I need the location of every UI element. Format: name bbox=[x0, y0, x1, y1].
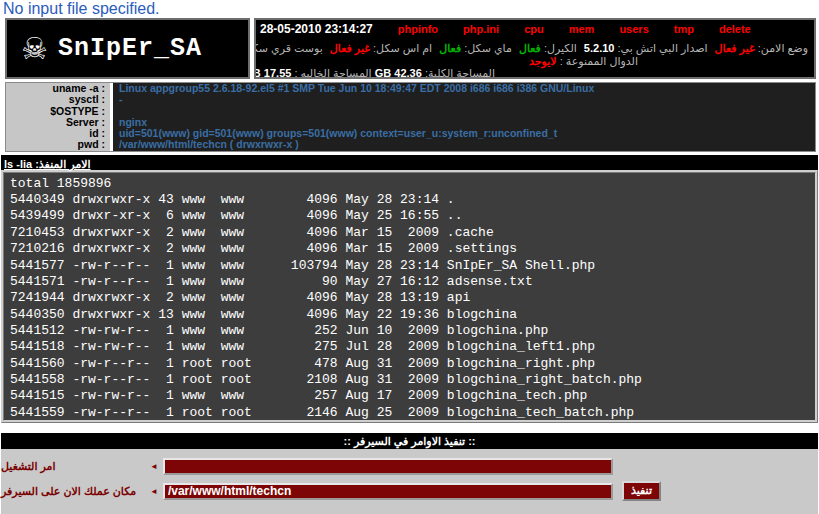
disk-space-line: المساحة الكلية: 42.36 GB المساحة الخاليه… bbox=[260, 67, 808, 79]
listing-line: 5441518 -rw-rw-r-- 1 www www 275 Jul 28 … bbox=[10, 339, 815, 355]
run-command-label: امر التشغيل bbox=[1, 460, 146, 473]
id-value: uid=501(www) gid=501(www) groups=501(www… bbox=[113, 128, 815, 139]
directory-listing-output[interactable]: total 18598965440349 drwxrwxr-x 43 www w… bbox=[1, 170, 818, 423]
pwd-value: /var/www/html/techcn ( drwxrwxr-x ) bbox=[113, 139, 815, 150]
working-directory-label: مكان عملك الان على السيرفر bbox=[1, 485, 146, 498]
security-status-line: وضع الامن: غير فعال اصدار البي اتش بي: 5… bbox=[260, 42, 808, 55]
executed-command-bar: الامر المنفذ: ls -lia bbox=[1, 155, 818, 170]
executed-command-text: الامر المنفذ: ls -lia bbox=[4, 157, 91, 172]
execute-commands-section-title: :: تنفيذ الاوامر في السيرفر :: bbox=[1, 433, 818, 449]
listing-line: 5441577 -rw-r--r-- 1 www www 103794 May … bbox=[10, 258, 815, 274]
listing-line: 5440349 drwxrwxr-x 43 www www 4096 May 2… bbox=[10, 192, 815, 208]
shell-title: SnIpEr_SA bbox=[58, 34, 202, 63]
skull-icon: ☠ bbox=[21, 34, 48, 64]
listing-line: 5441512 -rw-rw-r-- 1 www www 252 Jun 10 … bbox=[10, 323, 815, 339]
listing-line: 7241944 drwxrwxr-x 2 www www 4096 May 28… bbox=[10, 290, 815, 306]
link-phpinfo[interactable]: phpinfo bbox=[398, 23, 438, 35]
uname-value: Linux appgroup55 2.6.18-92.el5 #1 SMP Tu… bbox=[113, 83, 815, 94]
header-nav: 28-05-2010 23:14:27 phpinfo php.ini cpu … bbox=[260, 22, 808, 36]
link-php-ini[interactable]: php.ini bbox=[463, 23, 499, 35]
table-row-pwd: pwd : /var/www/html/techcn ( drwxrwxr-x … bbox=[6, 139, 815, 150]
listing-line: 7210216 drwxrwxr-x 2 www www 4096 Mar 15… bbox=[10, 241, 815, 257]
status-mssql: ام اس سكل: غير فعال bbox=[330, 42, 432, 54]
logo-box: ☠ SnIpEr_SA bbox=[5, 18, 250, 79]
disabled-functions-line: الدوال الممنوعة : لايوجد bbox=[260, 55, 808, 68]
status-safe-mode: وضع الامن: غير فعال bbox=[715, 42, 808, 54]
ostype-value bbox=[113, 106, 815, 117]
status-curl: الكيرل: فعال bbox=[519, 42, 577, 54]
table-row-sysctl: sysctl : - bbox=[6, 94, 815, 105]
listing-line: 5439499 drwxr-xr-x 6 www www 4096 May 25… bbox=[10, 208, 815, 224]
header: ☠ SnIpEr_SA 28-05-2010 23:14:27 phpinfo … bbox=[5, 18, 816, 79]
working-directory-input[interactable] bbox=[163, 483, 613, 500]
working-directory-row: مكان عملك الان على السيرفر ◄ تنفيذ bbox=[1, 482, 818, 501]
link-mem[interactable]: mem bbox=[569, 23, 595, 35]
link-users[interactable]: users bbox=[619, 23, 648, 35]
system-info-table: uname -a : Linux appgroup55 2.6.18-92.el… bbox=[5, 82, 816, 152]
server-value: nginx bbox=[113, 117, 815, 128]
run-command-row: امر التشغيل ◄ bbox=[1, 457, 818, 476]
table-row-server: Server : nginx bbox=[6, 117, 815, 128]
command-form: امر التشغيل ◄ مكان عملك الان على السيرفر… bbox=[1, 449, 818, 514]
sysctl-label: sysctl : bbox=[6, 94, 110, 105]
listing-line: 5441559 -rw-r--r-- 1 root root 2146 Aug … bbox=[10, 405, 815, 421]
server-info-box: 28-05-2010 23:14:27 phpinfo php.ini cpu … bbox=[254, 18, 816, 79]
listing-line: 5441560 -rw-r--r-- 1 root root 478 Aug 3… bbox=[10, 356, 815, 372]
listing-text: total 18598965440349 drwxrwxr-x 43 www w… bbox=[10, 176, 815, 421]
listing-line: 5440350 drwxrwxr-x 13 www www 4096 May 2… bbox=[10, 307, 815, 323]
listing-line: 5441571 -rw-r--r-- 1 www www 90 May 27 1… bbox=[10, 274, 815, 290]
table-row-id: id : uid=501(www) gid=501(www) groups=50… bbox=[6, 128, 815, 139]
execute-button[interactable]: تنفيذ bbox=[622, 481, 661, 501]
table-row-ostype: $OSTYPE : bbox=[6, 106, 815, 117]
listing-line: 5441558 -rw-r--r-- 1 root root 2108 Aug … bbox=[10, 372, 815, 388]
link-delete[interactable]: delete bbox=[719, 23, 751, 35]
link-tmp[interactable]: tmp bbox=[674, 23, 694, 35]
php-notice: No input file specified. bbox=[0, 0, 819, 17]
status-mysql: ماي سكل: فعال bbox=[439, 42, 512, 54]
sysctl-value: - bbox=[113, 94, 815, 105]
server-datetime: 28-05-2010 23:14:27 bbox=[260, 22, 373, 36]
listing-line: 7210453 drwxrwxr-x 2 www www 4096 Mar 15… bbox=[10, 225, 815, 241]
table-row-uname: uname -a : Linux appgroup55 2.6.18-92.el… bbox=[6, 83, 815, 94]
listing-line: total 1859896 bbox=[10, 176, 815, 192]
arrow-icon: ◄ bbox=[150, 487, 158, 496]
listing-line: 5441515 -rw-rw-r-- 1 www www 257 Aug 17 … bbox=[10, 388, 815, 404]
status-postgresql: بوست قري سكل: غير فعال bbox=[254, 42, 323, 54]
status-php-version: اصدار البي اتش بي: 5.2.10 bbox=[584, 42, 708, 54]
pwd-label: pwd : bbox=[6, 139, 110, 150]
arrow-icon: ◄ bbox=[150, 462, 158, 471]
run-command-input[interactable] bbox=[163, 458, 613, 475]
link-cpu[interactable]: cpu bbox=[524, 23, 544, 35]
